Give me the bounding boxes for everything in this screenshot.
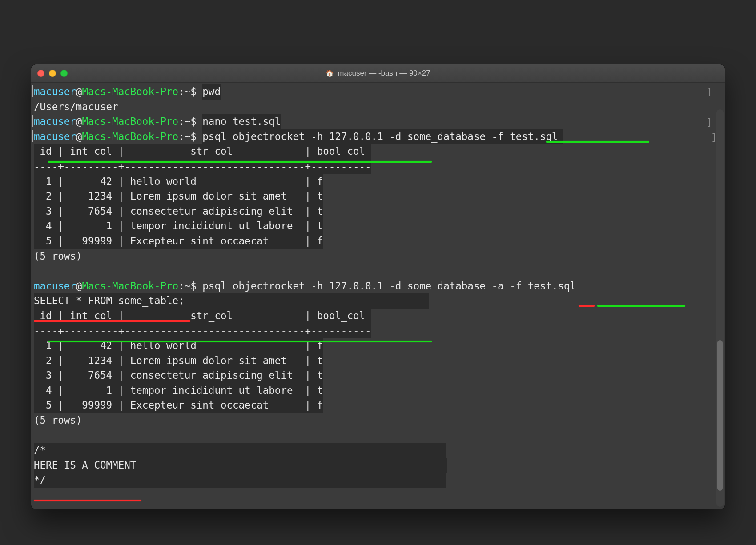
command-text: pwd [202,84,221,100]
window-title-text: macuser — -bash — 90×27 [338,69,430,78]
prompt-host: Macs-MacBook-Pro [82,86,178,97]
annotation-underline-green [48,161,432,163]
table-separator: ----+---------+-------------------------… [34,324,371,339]
terminal-line: macuser@Macs-MacBook-Pro:~$ psql objectr… [31,279,725,294]
output-text: /Users/macuser [34,101,118,112]
home-icon: 🏠 [326,69,334,77]
terminal-window: 🏠 macuser — -bash — 90×27 ] ] ] macuser@… [31,64,725,509]
prompt-user: macuser [34,86,76,97]
terminal-line [31,264,725,279]
close-icon[interactable] [37,70,44,77]
scrollbar-thumb[interactable] [717,340,723,491]
scrollbar[interactable] [716,109,724,507]
minimize-icon[interactable] [49,70,56,77]
titlebar[interactable]: 🏠 macuser — -bash — 90×27 [31,64,725,83]
command-text: psql objectrocket -h 127.0.0.1 -d some_d… [202,129,562,144]
prompt-sigil: $ [190,86,197,97]
scroll-indicator-icon: ] [707,84,712,100]
zoom-icon[interactable] [60,70,68,77]
table-row: 3 | 7654 | consectetur adipiscing elit |… [34,204,323,219]
row-count: (5 rows) [34,414,82,426]
table-row: 2 | 1234 | Lorem ipsum dolor sit amet | … [34,189,323,204]
cursor-icon [32,130,33,142]
comment-body: HERE IS A COMMENT [34,458,447,473]
annotation-underline-green [48,341,432,342]
table-row: 4 | 1 | tempor incididunt ut labore | t [34,383,323,398]
terminal-line: macuser@Macs-MacBook-Pro:~$ pwd [31,84,725,100]
table-row: 5 | 99999 | Excepteur sint occaecat | f [34,398,323,413]
annotation-underline-green [546,141,649,143]
terminal-line: /Users/macuser [31,100,725,115]
terminal-line: */ [31,473,725,488]
prompt-path: :~ [178,86,190,97]
terminal-line: macuser@Macs-MacBook-Pro:~$ nano test.sq… [31,114,725,129]
table-header: id | int_col | str_col | bool_col [34,144,371,159]
table-row: 1 | 42 | hello world | f [34,174,323,189]
scroll-indicator-icon: ] [707,115,712,130]
terminal-line: HERE IS A COMMENT [31,458,725,473]
comment-close: */ [34,473,446,488]
command-text: nano test.sql [202,114,281,129]
annotation-underline-red [34,320,190,322]
table-row: 5 | 99999 | Excepteur sint occaecat | f [34,234,323,249]
terminal-body[interactable]: ] ] ] macuser@Macs-MacBook-Pro:~$ pwd /U… [31,83,725,509]
terminal-line: /* [31,443,725,458]
annotation-underline-green [597,305,685,307]
window-title: 🏠 macuser — -bash — 90×27 [31,69,725,78]
table-row: 4 | 1 | tempor incididunt ut labore | t [34,219,323,234]
cursor-icon [32,115,33,127]
cursor-icon [32,85,33,97]
traffic-lights [37,70,68,77]
row-count: (5 rows) [34,250,82,262]
annotation-underline-red [579,305,595,307]
command-text: psql objectrocket -h 127.0.0.1 -d some_d… [202,280,576,292]
scroll-indicator-icon: ] [711,130,717,145]
table-row: 2 | 1234 | Lorem ipsum dolor sit amet | … [34,353,323,369]
query-output-block: id | int_col | str_col | bool_col ----+-… [31,309,725,428]
table-row: 3 | 7654 | consectetur adipiscing elit |… [34,368,323,383]
comment-open: /* [34,443,446,458]
echoed-sql: SELECT * FROM some_table; [34,293,429,309]
prompt-at: @ [76,86,82,97]
terminal-line [31,428,725,443]
annotation-underline-red [34,500,141,501]
